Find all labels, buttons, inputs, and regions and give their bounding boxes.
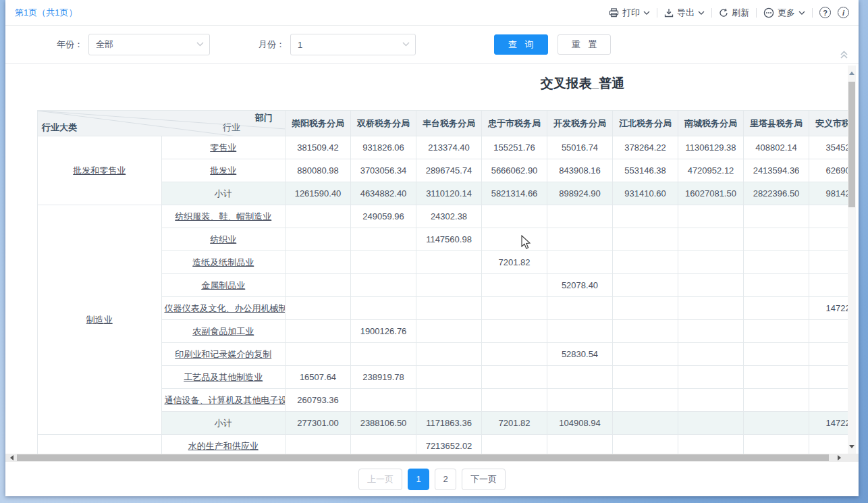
value-cell [678, 435, 744, 454]
value-cell [482, 320, 547, 343]
value-cell [482, 205, 547, 228]
industry-label-cell[interactable]: 纺织服装、鞋、帽制造业 [161, 205, 286, 228]
more-button[interactable]: 更多 [763, 7, 805, 19]
next-page-button[interactable]: 下一页 [462, 469, 506, 490]
value-cell: 1261590.40 [286, 182, 351, 205]
page-number-button-1[interactable]: 1 [408, 469, 429, 490]
report-title: 交叉报表_普通 [37, 75, 859, 92]
industry-label-cell[interactable]: 批发业 [161, 159, 286, 182]
value-cell [547, 320, 613, 343]
industry-label-cell: 小计 [161, 412, 286, 435]
table-header-row: 部门 行业 行业大类 崇阳税务分局双桥税务分局丰台税务分局忠于市税务局开发税务分… [38, 111, 859, 136]
industry-group-cell[interactable]: 制造业 [38, 205, 162, 435]
industry-label-cell[interactable]: 造纸及纸制品业 [161, 251, 286, 274]
help-icon[interactable]: ? [819, 7, 831, 18]
value-cell: 2896745.74 [416, 159, 482, 182]
value-cell: 1147560.98 [416, 228, 482, 251]
value-cell [744, 435, 809, 454]
value-cell [416, 251, 482, 274]
corner-label-department: 部门 [255, 112, 273, 124]
refresh-button[interactable]: 刷新 [719, 7, 749, 19]
value-cell: 3110120.14 [416, 182, 482, 205]
value-cell [613, 297, 678, 320]
corner-label-category: 行业大类 [42, 122, 77, 134]
vertical-scrollbar[interactable] [848, 65, 856, 454]
value-cell: 1900126.76 [351, 320, 416, 343]
value-cell [351, 228, 416, 251]
print-button[interactable]: 打印 [609, 7, 650, 19]
month-select[interactable]: 1 [290, 34, 416, 55]
horizontal-scrollbar[interactable] [5, 454, 859, 462]
download-icon [664, 8, 674, 18]
industry-label-cell[interactable]: 水的生产和供应业 [161, 435, 286, 454]
column-header: 开发税务分局 [547, 111, 613, 136]
value-cell [547, 251, 613, 274]
prev-page-button[interactable]: 上一页 [358, 469, 402, 490]
value-cell [351, 389, 416, 412]
industry-label-cell[interactable]: 工艺品及其他制造业 [161, 366, 286, 389]
value-cell [744, 389, 809, 412]
column-header: 双桥税务分局 [351, 111, 416, 136]
industry-label-cell[interactable]: 金属制品业 [161, 274, 286, 297]
vertical-scrollbar-thumb[interactable] [848, 82, 855, 207]
value-cell [351, 435, 416, 454]
value-cell: 1171863.36 [416, 412, 482, 435]
print-label: 打印 [622, 7, 640, 19]
value-cell: 249059.96 [351, 205, 416, 228]
value-cell: 7213652.02 [416, 435, 482, 454]
report-window: 第1页（共1页） 打印 导出 刷新 更多 [5, 0, 859, 496]
value-cell: 24302.38 [416, 205, 482, 228]
value-cell: 4720952.12 [678, 159, 744, 182]
horizontal-scrollbar-thumb[interactable] [17, 454, 829, 461]
value-cell [678, 320, 744, 343]
value-cell [286, 274, 351, 297]
desktop: { "topbar": { "page_indicator": "第1页（共1页… [0, 0, 868, 503]
scroll-left-arrow[interactable] [7, 454, 16, 462]
value-cell [547, 389, 613, 412]
scroll-right-arrow[interactable] [834, 454, 844, 462]
value-cell: 4634882.40 [351, 182, 416, 205]
value-cell: 378264.22 [613, 136, 678, 159]
value-cell: 16027081.50 [678, 182, 744, 205]
value-cell [678, 389, 744, 412]
refresh-label: 刷新 [732, 7, 749, 19]
value-cell: 16507.64 [286, 366, 351, 389]
chevron-down-icon [402, 42, 410, 47]
value-cell: 260793.36 [286, 389, 351, 412]
value-cell [613, 389, 678, 412]
industry-label-cell[interactable]: 印刷业和记录媒介的复制 [161, 343, 286, 366]
value-cell [613, 228, 678, 251]
value-cell [678, 251, 744, 274]
scroll-down-arrow[interactable] [848, 442, 856, 451]
scroll-up-arrow[interactable] [848, 68, 856, 78]
value-cell [286, 228, 351, 251]
industry-label-cell[interactable]: 纺织业 [161, 228, 286, 251]
industry-label-cell[interactable]: 仪器仪表及文化、办公用机械制造业 [161, 297, 286, 320]
diagonal-corner-header: 部门 行业 行业大类 [38, 111, 286, 136]
value-cell: 3703056.34 [351, 159, 416, 182]
corner-label-industry: 行业 [223, 122, 240, 134]
industry-group-cell [38, 435, 162, 454]
value-cell: 931826.06 [351, 136, 416, 159]
industry-label-cell[interactable]: 零售业 [161, 136, 286, 159]
page-indicator: 第1页（共1页） [15, 7, 77, 19]
pagination: 上一页 12 下一页 [5, 462, 859, 496]
year-select-value: 全部 [96, 38, 113, 51]
value-cell [286, 251, 351, 274]
industry-group-cell[interactable]: 批发和零售业 [38, 136, 162, 205]
info-icon[interactable]: i [838, 7, 849, 18]
industry-label-cell[interactable]: 农副食品加工业 [161, 320, 286, 343]
value-cell [482, 366, 547, 389]
industry-label-cell[interactable]: 通信设备、计算机及其他电子设备... [161, 389, 286, 412]
export-button[interactable]: 导出 [664, 7, 705, 19]
query-button[interactable]: 查 询 [494, 34, 548, 55]
column-header: 里塔县税务局 [744, 111, 809, 136]
value-cell [416, 274, 482, 297]
value-cell [678, 228, 744, 251]
collapse-panel-button[interactable] [839, 50, 849, 62]
chevron-down-icon [196, 42, 204, 47]
value-cell: 7201.82 [482, 251, 547, 274]
reset-button[interactable]: 重 置 [558, 34, 612, 55]
page-number-button-2[interactable]: 2 [435, 469, 456, 490]
year-select[interactable]: 全部 [88, 34, 210, 55]
